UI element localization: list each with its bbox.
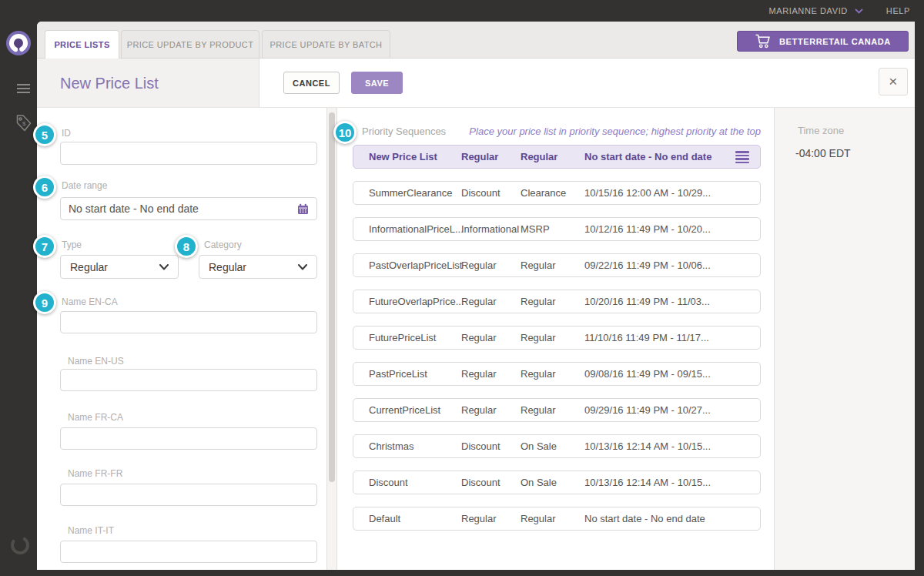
price-tag-icon[interactable]: $ (15, 113, 33, 133)
form-scrollbar-thumb[interactable] (329, 112, 335, 482)
price-list-dates: 09/29/16 11:49 PM - 10/27... (584, 404, 760, 416)
name-en-us-label: Name EN-US (68, 356, 124, 367)
name-it-it-input[interactable] (60, 541, 317, 563)
price-list-name: Discount (369, 477, 461, 488)
help-link[interactable]: HELP (886, 6, 910, 15)
chevron-down-icon (855, 8, 863, 14)
close-button[interactable]: × (879, 68, 908, 95)
price-list-category: Regular (521, 513, 584, 524)
price-list-dates: No start date - No end date (584, 513, 760, 524)
tab-price-lists[interactable]: PRICE LISTS (45, 30, 119, 59)
price-list-category: Regular (521, 296, 584, 307)
price-list-dates: 09/08/16 11:49 PM - 09/15... (584, 368, 760, 380)
price-list-name: FutureOverlapPrice... (369, 296, 461, 307)
price-list-type: Discount (461, 477, 521, 488)
price-list-name: InformationalPriceL... (369, 223, 461, 235)
price-list-type: Regular (461, 404, 521, 416)
name-fr-fr-input[interactable] (60, 484, 317, 506)
timezone-label: Time zone (798, 125, 844, 136)
tab-price-update-by-batch[interactable]: PRICE UPDATE BY BATCH (262, 30, 390, 59)
name-fr-ca-label: Name FR-CA (68, 412, 123, 423)
price-list-category: Regular (521, 151, 584, 162)
price-list-row[interactable]: DiscountDiscountOn Sale10/13/16 12:14 AM… (353, 471, 761, 494)
price-list-name: PastPriceList (369, 368, 461, 380)
save-button[interactable]: SAVE (351, 72, 403, 94)
type-label: Type (62, 239, 82, 250)
name-en-us-input[interactable] (60, 369, 317, 391)
price-list-type: Discount (461, 187, 521, 199)
name-en-ca-input[interactable] (60, 311, 317, 333)
cancel-button[interactable]: CANCEL (283, 72, 340, 94)
priority-sequence-list: New Price ListRegularRegularNo start dat… (353, 145, 761, 543)
price-list-row[interactable]: ChristmasDiscountOn Sale10/13/16 12:14 A… (353, 434, 761, 458)
price-list-row[interactable]: FutureOverlapPrice...RegularRegular10/20… (353, 290, 761, 313)
svg-text:$: $ (22, 120, 26, 127)
date-range-input[interactable]: No start date - No end date (60, 197, 317, 220)
price-list-dates: No start date - No end date (584, 151, 760, 162)
brand-logo-icon[interactable] (5, 30, 32, 56)
price-list-dates: 09/22/16 11:49 PM - 10/06... (584, 260, 760, 271)
name-fr-ca-input[interactable] (60, 427, 317, 450)
price-list-dates: 10/20/16 11:49 PM - 11/03... (584, 296, 760, 307)
price-list-category: MSRP (521, 223, 584, 235)
price-list-row[interactable]: New Price ListRegularRegularNo start dat… (353, 145, 761, 169)
price-list-category: Regular (521, 332, 584, 343)
user-menu[interactable]: MARIANNE DAVID (769, 6, 863, 15)
user-name: MARIANNE DAVID (769, 6, 848, 15)
category-selected-value: Regular (209, 261, 246, 273)
refresh-spinner-icon[interactable] (8, 534, 32, 557)
close-icon: × (889, 73, 898, 90)
type-select[interactable]: Regular (60, 255, 179, 279)
price-list-type: Regular (461, 151, 521, 162)
price-list-row[interactable]: FuturePriceListRegularRegular11/10/16 11… (353, 326, 761, 350)
price-list-type: Informational (461, 223, 521, 235)
price-list-name: Default (369, 513, 461, 524)
price-list-row[interactable]: InformationalPriceL...InformationalMSRP1… (353, 217, 761, 241)
price-list-row[interactable]: PastOverlapPriceListRegularRegular09/22/… (353, 253, 761, 277)
price-list-dates: 10/12/16 11:49 PM - 10/20... (584, 223, 760, 235)
id-label: ID (62, 128, 71, 139)
menu-icon[interactable] (17, 84, 30, 95)
chevron-down-icon (159, 264, 169, 270)
price-list-type: Regular (461, 296, 521, 307)
price-list-dates: 10/13/16 12:14 AM - 10/15... (584, 440, 760, 452)
price-list-name: PastOverlapPriceList (369, 260, 461, 271)
name-it-it-label: Name IT-IT (68, 525, 114, 536)
date-range-label: Date range (62, 180, 107, 191)
price-list-type: Regular (461, 332, 521, 343)
price-list-row[interactable]: DefaultRegularRegularNo start date - No … (353, 507, 761, 531)
price-list-category: Regular (521, 404, 584, 416)
store-selector-button[interactable]: BETTERRETAIL CANADA (737, 31, 909, 52)
category-select[interactable]: Regular (199, 255, 317, 279)
timezone-value: -04:00 EDT (795, 147, 851, 159)
form-scrollbar-track[interactable] (326, 108, 337, 570)
price-list-type: Discount (461, 440, 521, 452)
price-list-category: Clearance (521, 187, 584, 199)
chevron-down-icon (298, 264, 307, 270)
price-list-dates: 10/15/16 12:00 AM - 10/29... (584, 187, 760, 199)
price-list-row[interactable]: CurrentPriceListRegularRegular09/29/16 1… (353, 398, 761, 422)
tab-price-update-by-product[interactable]: PRICE UPDATE BY PRODUCT (121, 30, 259, 59)
price-list-type: Regular (461, 260, 521, 271)
price-list-name: FuturePriceList (369, 332, 461, 343)
page-title: New Price List (60, 75, 159, 92)
name-en-ca-label: Name EN-CA (62, 296, 118, 307)
info-panel: Time zone -04:00 EDT (774, 108, 915, 570)
drag-handle-icon[interactable] (735, 151, 749, 165)
step-badge-10: 10 (333, 121, 357, 144)
price-list-name: CurrentPriceList (369, 404, 461, 416)
priority-sequences-note: Place your price list in priority sequen… (431, 126, 761, 137)
id-input[interactable] (60, 142, 317, 165)
price-list-type: Regular (461, 368, 521, 380)
price-list-row[interactable]: PastPriceListRegularRegular09/08/16 11:4… (353, 362, 761, 386)
price-list-name: New Price List (369, 151, 461, 162)
step-badge-7: 7 (33, 235, 56, 258)
step-badge-9: 9 (33, 291, 56, 314)
price-list-category: On Sale (521, 440, 584, 452)
step-badge-8: 8 (175, 235, 198, 258)
price-list-name: SummerClearance (369, 187, 461, 199)
price-list-name: Christmas (369, 440, 461, 452)
name-fr-fr-label: Name FR-FR (68, 468, 122, 479)
calendar-icon[interactable] (297, 203, 309, 215)
price-list-row[interactable]: SummerClearanceDiscountClearance10/15/16… (353, 181, 761, 205)
